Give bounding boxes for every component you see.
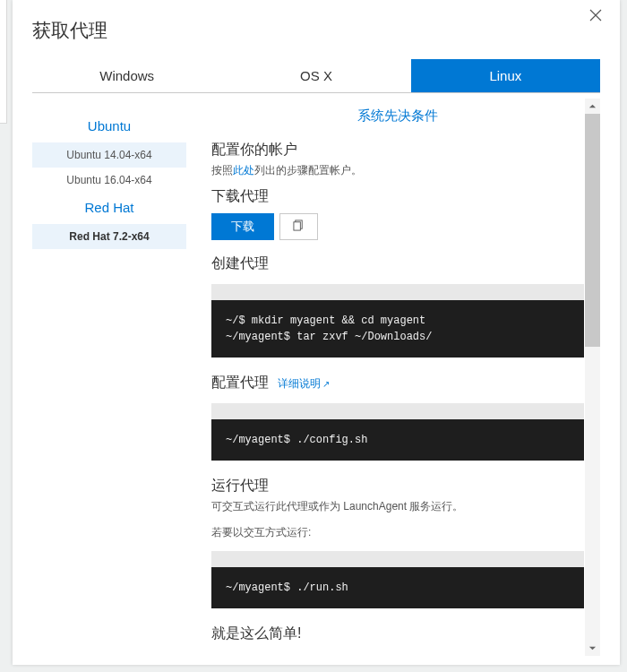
dialog-title: 获取代理 — [13, 0, 620, 59]
scrollbar[interactable] — [585, 99, 600, 656]
distro-sidebar: Ubuntu Ubuntu 14.04-x64 Ubuntu 16.04-x64… — [32, 93, 186, 656]
scroll-thumb[interactable] — [585, 114, 600, 347]
chevron-up-icon — [588, 102, 597, 110]
close-icon — [589, 9, 602, 22]
sidebar-item-redhat72[interactable]: Red Hat 7.2-x64 — [32, 224, 186, 249]
dialog-body: Ubuntu Ubuntu 14.04-x64 Ubuntu 16.04-x64… — [13, 93, 620, 665]
download-button-row: 下载 — [211, 213, 584, 240]
run-subtext-2: 若要以交互方式运行: — [211, 525, 584, 540]
os-tabs: Windows OS X Linux — [32, 59, 600, 93]
run-code: ~/myagent$ ./run.sh — [211, 567, 584, 608]
scroll-down-button[interactable] — [585, 641, 600, 656]
tab-windows[interactable]: Windows — [32, 59, 221, 92]
svg-rect-1 — [294, 222, 300, 230]
download-heading: 下载代理 — [211, 187, 584, 206]
sidebar-group-redhat: Red Hat — [32, 193, 186, 224]
configure-account-suffix: 列出的步骤配置帐户。 — [254, 164, 362, 177]
configure-account-heading: 配置你的帐户 — [211, 141, 584, 159]
code-bar — [211, 284, 584, 300]
config-agent-heading-row: 配置代理 详细说明↗ — [211, 374, 584, 392]
copy-icon — [293, 220, 305, 231]
configure-account-subtext: 按照此处列出的步骤配置帐户。 — [211, 163, 584, 178]
config-codeblock: ~/myagent$ ./config.sh — [211, 403, 584, 461]
config-detail-link[interactable]: 详细说明↗ — [278, 376, 330, 392]
scroll-up-button[interactable] — [585, 99, 600, 114]
content-scroll: 系统先决条件 配置你的帐户 按照此处列出的步骤配置帐户。 下载代理 下载 创建代… — [211, 93, 600, 656]
code-bar — [211, 551, 584, 567]
get-agent-dialog: 获取代理 Windows OS X Linux Ubuntu Ubuntu 14… — [13, 0, 620, 665]
configure-account-link[interactable]: 此处 — [233, 164, 254, 177]
content-wrap: 系统先决条件 配置你的帐户 按照此处列出的步骤配置帐户。 下载代理 下载 创建代… — [211, 93, 600, 656]
sidebar-item-ubuntu14[interactable]: Ubuntu 14.04-x64 — [32, 142, 186, 168]
tab-osx[interactable]: OS X — [221, 59, 410, 92]
run-codeblock: ~/myagent$ ./run.sh — [211, 551, 584, 608]
create-agent-heading: 创建代理 — [211, 254, 584, 273]
sidebar-group-ubuntu: Ubuntu — [32, 111, 186, 142]
configure-account-prefix: 按照 — [211, 164, 233, 177]
config-code: ~/myagent$ ./config.sh — [211, 419, 584, 461]
run-subtext-1: 可交互式运行此代理或作为 LaunchAgent 服务运行。 — [211, 499, 584, 514]
copy-button[interactable] — [279, 213, 318, 240]
chevron-down-icon — [588, 644, 597, 652]
create-codeblock: ~/$ mkdir myagent && cd myagent ~/myagen… — [211, 284, 584, 358]
prerequisites-link[interactable]: 系统先决条件 — [211, 93, 584, 132]
config-detail-link-text: 详细说明 — [278, 377, 321, 390]
code-bar — [211, 403, 584, 419]
sidebar-item-ubuntu16[interactable]: Ubuntu 16.04-x64 — [32, 168, 186, 193]
done-heading: 就是这么简单! — [211, 625, 584, 643]
tab-linux[interactable]: Linux — [411, 59, 600, 92]
run-agent-heading: 运行代理 — [211, 477, 584, 495]
close-button[interactable] — [589, 9, 607, 27]
left-strip — [0, 0, 7, 124]
create-code: ~/$ mkdir myagent && cd myagent ~/myagen… — [211, 300, 584, 358]
config-agent-heading: 配置代理 — [211, 374, 269, 392]
external-link-icon: ↗ — [322, 379, 330, 389]
download-button[interactable]: 下载 — [211, 213, 274, 240]
